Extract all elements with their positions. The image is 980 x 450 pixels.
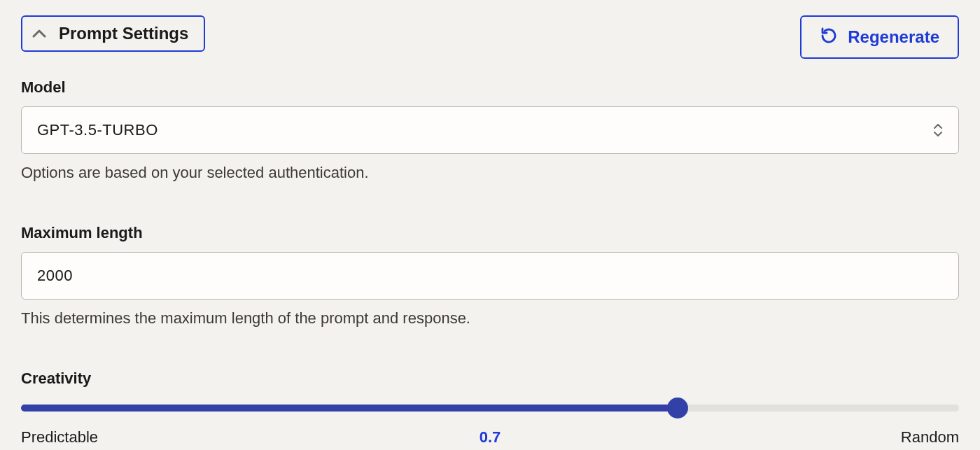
- creativity-value: 0.7: [479, 428, 501, 447]
- model-label: Model: [21, 78, 959, 97]
- refresh-icon: [820, 27, 838, 48]
- model-select[interactable]: GPT-3.5-TURBO: [21, 106, 959, 154]
- updown-icon: [933, 124, 943, 136]
- max-length-help-text: This determines the maximum length of th…: [21, 309, 959, 328]
- slider-fill: [21, 405, 678, 412]
- max-length-value: 2000: [37, 267, 73, 285]
- regenerate-label: Regenerate: [848, 29, 939, 45]
- regenerate-button[interactable]: Regenerate: [800, 15, 959, 59]
- prompt-settings-label: Prompt Settings: [59, 25, 188, 42]
- max-length-label: Maximum length: [21, 224, 959, 242]
- prompt-settings-toggle[interactable]: Prompt Settings: [21, 15, 205, 52]
- model-value: GPT-3.5-TURBO: [37, 121, 158, 139]
- creativity-max-label: Random: [901, 428, 959, 447]
- slider-thumb[interactable]: [667, 398, 688, 419]
- creativity-min-label: Predictable: [21, 428, 98, 447]
- chevron-up-icon: [32, 29, 46, 38]
- creativity-label: Creativity: [21, 370, 959, 388]
- model-help-text: Options are based on your selected authe…: [21, 164, 959, 182]
- creativity-slider[interactable]: [21, 398, 959, 419]
- max-length-input[interactable]: 2000: [21, 252, 959, 300]
